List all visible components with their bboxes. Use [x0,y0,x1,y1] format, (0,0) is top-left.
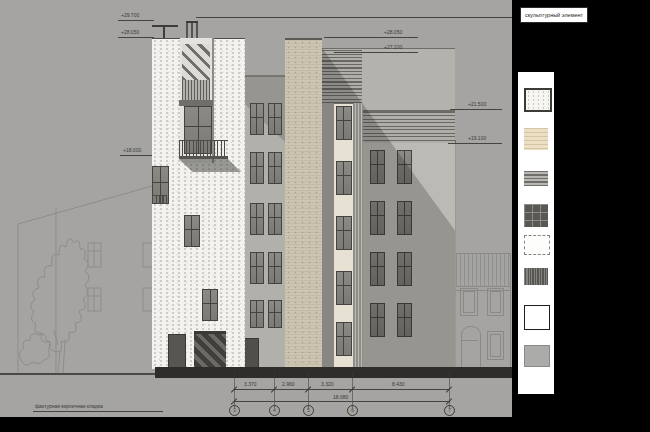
horizontal-banding-swatch [524,171,548,186]
marker-line [118,37,154,38]
elevation-marker: +19.100 [468,135,486,141]
window [268,252,282,284]
hidden-element-swatch [524,235,550,255]
marker-line [450,109,502,110]
entry-portal [194,331,226,371]
elevation-marker: +28.050 [121,29,139,35]
window [250,152,264,184]
window [268,152,282,184]
note-underline [33,411,163,412]
dim-label: 3.320 [321,381,334,387]
drawing-area: 3.370 2.960 3.320 8.430 18.080 3 4 5 6 7… [0,0,512,417]
window-railing [152,195,167,204]
beige-brick-swatch [524,128,548,150]
window [336,271,352,305]
window [268,300,282,328]
entry-door [244,338,259,370]
balcony-slab [179,156,228,159]
elevation-drawing-sheet: 3.370 2.960 3.320 8.430 18.080 3 4 5 6 7… [0,0,650,432]
window [250,252,264,284]
neighbor-window [460,288,478,316]
callout-leader-line [196,17,512,18]
window [336,216,352,250]
dim-total-label: 18.080 [333,394,348,400]
neighbor-window [487,331,504,360]
callout-label: скульптурный элемент [520,7,588,23]
diagonal-decor-panel [182,44,210,80]
marker-line [118,20,154,21]
dimension-line-total [234,401,450,402]
neighbor-roof-hatch [456,253,510,287]
window [202,289,218,321]
tan-brick-tower [285,38,322,370]
neighbor-edge-line [510,253,511,368]
window-grid-swatch [524,204,548,227]
white-panel-swatch [524,305,550,330]
elevation-marker: +18.000 [123,147,141,153]
grid-bubble: 5 [303,405,314,416]
window [336,161,352,195]
white-textured-brick-swatch [524,88,552,112]
metal-louver-swatch [524,268,548,285]
antenna-pole [163,25,165,38]
neighbor-arched-door [461,326,481,369]
elevation-marker: +27.200 [384,44,402,50]
marker-line [334,52,418,53]
marker-line [448,143,502,144]
window [250,103,264,135]
elevation-marker: +28.050 [384,29,402,35]
material-legend [518,72,554,394]
grid-bubble: 3 [229,405,240,416]
window [250,203,264,235]
grid-bubble: 4 [269,405,280,416]
marker-line [324,37,418,38]
marker-line [120,155,152,156]
antenna-bar [152,25,178,27]
window [184,215,200,247]
dim-label: 2.960 [282,381,295,387]
elevation-marker: +21.500 [468,101,486,107]
door-transom-line [462,340,478,341]
louver-strip [352,103,363,368]
window [268,103,282,135]
window [250,300,264,328]
elevation-marker: +29.700 [121,12,139,18]
bush-outline [19,334,50,365]
neighbor-window [487,288,504,316]
dim-label: 3.370 [244,381,257,387]
grid-bubble: 6 [347,405,358,416]
grid-bubble: 7 [444,405,455,416]
dim-label: 8.430 [392,381,405,387]
window [336,106,352,140]
window [336,322,352,356]
entry-door [168,334,186,370]
louver-band [182,80,210,100]
window [268,203,282,235]
material-note: фактурная кирпичная кладка [35,403,103,409]
gray-panel-swatch [524,345,550,367]
dimension-line [234,389,450,390]
ground-band [155,367,512,378]
